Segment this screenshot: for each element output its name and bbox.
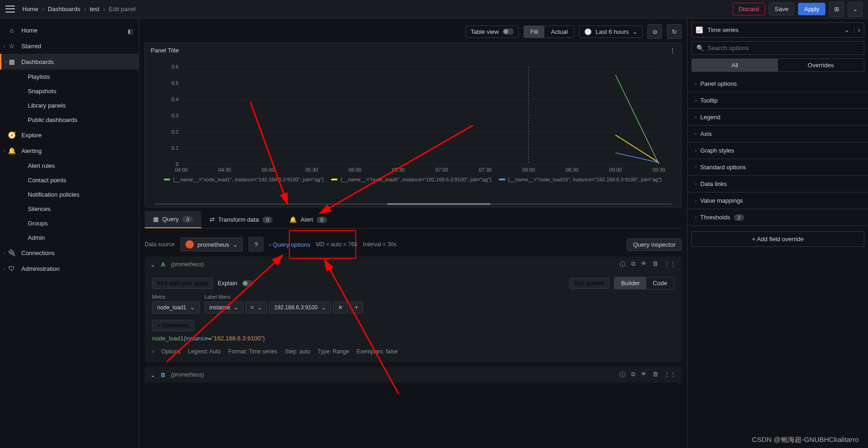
chevron-down-icon: ⌄ [844, 26, 849, 33]
query-options-link[interactable]: › Query options [269, 241, 310, 248]
sidebar-item-label: Public dashboards [28, 116, 77, 123]
sidebar-item-groups[interactable]: Groups [0, 216, 139, 230]
sidebar-item-administration[interactable]: ›🛡Administration [0, 261, 139, 276]
sidebar-item-home[interactable]: ⌂Home◧ [0, 22, 139, 38]
sidebar-item-notification-policies[interactable]: Notification policies [0, 187, 139, 202]
metric-select[interactable]: node_load1⌄ [152, 301, 200, 314]
sidebar-collapse-icon[interactable]: ◧ [128, 28, 133, 35]
table-view-toggle[interactable]: Table view [466, 26, 519, 38]
actual-seg[interactable]: Actual [544, 26, 574, 38]
panel-preview: Panel Title ⋮ 00.10.20.30.40.50.604:0004… [145, 43, 682, 207]
section-graph-styles[interactable]: ›Graph styles [688, 142, 868, 159]
visualization-picker[interactable]: 📈 Time series ⌄ › [691, 22, 864, 38]
sidebar-item-alert-rules[interactable]: Alert rules [0, 159, 139, 173]
ds-help-icon[interactable]: ? [249, 237, 263, 252]
section-standard-options[interactable]: ›Standard options [688, 159, 868, 176]
drag-handle-icon[interactable]: ⋮⋮ [664, 260, 676, 269]
sidebar-item-playlists[interactable]: Playlists [0, 70, 139, 84]
explain-toggle[interactable] [242, 280, 253, 287]
legend-item[interactable]: {__name__="node_load15", instance="192.1… [499, 177, 662, 182]
query-inspector-button[interactable]: Query inspector [627, 238, 682, 251]
sidebar-item-snapshots[interactable]: Snapshots [0, 84, 139, 98]
tab-query[interactable]: ▦ Query3 [145, 211, 201, 228]
data-source-select[interactable]: prometheus⌄ [180, 237, 243, 251]
options-label[interactable]: Options [161, 348, 180, 355]
query-help-icon[interactable]: ⓘ [619, 260, 625, 269]
trash-icon[interactable]: 🗑 [652, 371, 658, 379]
crumb-home[interactable]: Home [22, 6, 38, 13]
query-help-icon[interactable]: ⓘ [619, 371, 625, 379]
plug-icon: 🔌 [7, 249, 16, 257]
duplicate-icon[interactable]: ⧉ [631, 371, 635, 379]
tab-overrides[interactable]: Overrides [778, 59, 864, 71]
svg-text:0.4: 0.4 [172, 96, 179, 102]
sidebar-item-public-dashboards[interactable]: Public dashboards [0, 113, 139, 127]
label-key-select[interactable]: instance⌄ [204, 301, 244, 314]
section-data-links[interactable]: ›Data links [688, 176, 868, 192]
trash-icon[interactable]: 🗑 [652, 260, 658, 269]
add-field-override-button[interactable]: + Add field override [691, 231, 864, 247]
sidebar-item-dashboards[interactable]: ›▦Dashboards [0, 54, 139, 70]
time-range-picker[interactable]: 🕓 Last 6 hours ⌄ [579, 26, 643, 38]
zoom-out-icon[interactable]: ⊖ [647, 24, 662, 39]
drag-handle-icon[interactable]: ⋮⋮ [664, 371, 676, 379]
chevron-down-icon[interactable]: ⌄ [848, 2, 862, 17]
section-tooltip[interactable]: ›Tooltip [688, 92, 868, 109]
discard-button[interactable]: Discard [733, 3, 765, 15]
horizontal-scrollbar[interactable] [154, 203, 672, 205]
operations-button[interactable]: + Operations [152, 320, 194, 331]
refresh-icon[interactable]: ↻ [667, 24, 682, 39]
run-queries-button[interactable]: Run queries [569, 278, 610, 289]
eye-icon[interactable]: 👁 [641, 371, 647, 379]
crumb-test[interactable]: test [89, 6, 99, 13]
sidebar-item-admin[interactable]: Admin [0, 230, 139, 245]
add-filter-button[interactable]: + [350, 301, 363, 314]
svg-text:06:30: 06:30 [392, 167, 405, 173]
eye-icon[interactable]: 👁 [641, 260, 647, 269]
sidebar-item-explore[interactable]: 🧭Explore [0, 127, 139, 143]
section-value-mappings[interactable]: ›Value mappings [688, 192, 868, 209]
sidebar-item-contact-points[interactable]: Contact points [0, 173, 139, 187]
section-panel-options[interactable]: ›Panel options [688, 76, 868, 92]
search-options[interactable]: 🔍 [691, 41, 864, 55]
builder-seg[interactable]: Builder [614, 277, 646, 289]
sidebar-item-label: Starred [21, 43, 41, 50]
save-button[interactable]: Save [769, 3, 795, 15]
legend-item[interactable]: {__name__="node_load1", instance="192.16… [164, 177, 324, 182]
crumb-dashboards[interactable]: Dashboards [48, 6, 80, 13]
remove-filter-button[interactable]: ✕ [333, 301, 348, 314]
options-chevron[interactable]: › [152, 348, 154, 355]
collapse-icon[interactable]: ⌄ [150, 261, 155, 268]
menu-icon[interactable] [6, 5, 15, 14]
apply-button[interactable]: Apply [798, 3, 825, 15]
sidebar-item-library-panels[interactable]: Library panels [0, 98, 139, 113]
panel-menu-icon[interactable]: ⋮ [670, 47, 676, 54]
section-legend[interactable]: ›Legend [688, 109, 868, 126]
search-input[interactable] [708, 45, 859, 51]
kickstart-button[interactable]: Kick start your query [152, 278, 213, 289]
fill-seg[interactable]: Fill [524, 26, 545, 38]
svg-text:04:00: 04:00 [175, 167, 188, 173]
section-axis[interactable]: ›Axis [688, 126, 868, 142]
tab-transform[interactable]: ⇄ Transform data0 [201, 211, 281, 228]
section-thresholds[interactable]: ›Thresholds 2 [688, 209, 868, 226]
panel-settings-icon[interactable]: ⊞ [829, 2, 844, 17]
code-seg[interactable]: Code [646, 277, 674, 289]
compass-icon: 🧭 [7, 131, 16, 139]
tab-all[interactable]: All [692, 59, 778, 71]
svg-text:0.1: 0.1 [172, 145, 179, 151]
sidebar-item-connections[interactable]: ›🔌Connections [0, 245, 139, 261]
panel-title: Panel Title [151, 47, 179, 54]
sidebar-item-starred[interactable]: ›☆Starred [0, 38, 139, 54]
chevron-right-icon[interactable]: › [854, 26, 860, 33]
svg-text:0: 0 [176, 161, 179, 167]
duplicate-icon[interactable]: ⧉ [631, 260, 635, 269]
collapse-icon[interactable]: ⌄ [150, 371, 155, 378]
sidebar-item-silences[interactable]: Silences [0, 202, 139, 216]
label-val-select[interactable]: 192.168.6.3:9100⌄ [269, 301, 331, 314]
sidebar-item-alerting[interactable]: ›🔔Alerting [0, 143, 139, 159]
tab-alert[interactable]: 🔔 Alert0 [281, 211, 335, 228]
label-op-select[interactable]: =⌄ [245, 301, 267, 314]
legend-item[interactable]: {__name__="node_load5", instance="192.16… [331, 177, 491, 182]
query-letter: B [161, 371, 165, 378]
